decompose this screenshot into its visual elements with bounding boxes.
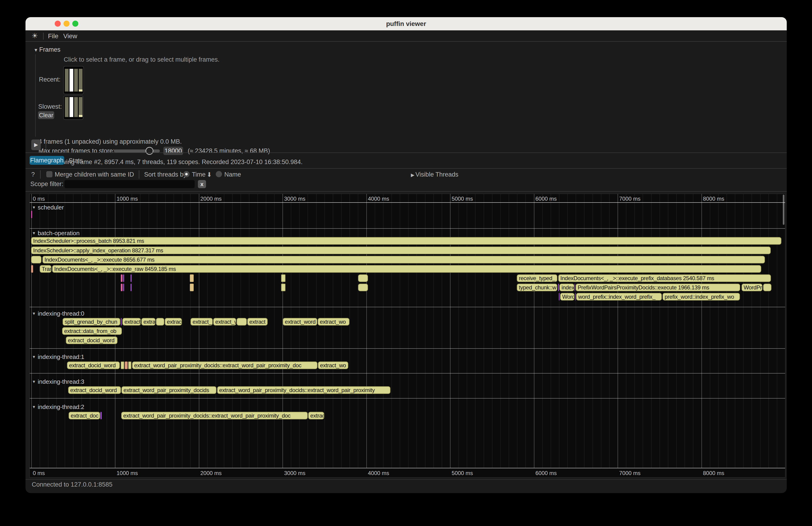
flame-bar[interactable]: Word bbox=[560, 293, 575, 301]
scrollbar-handle[interactable] bbox=[783, 195, 784, 225]
flame-bar[interactable] bbox=[121, 274, 122, 282]
sort-time-radio[interactable] bbox=[183, 171, 190, 177]
flame-bar[interactable] bbox=[128, 362, 131, 369]
scope-filter-input[interactable] bbox=[64, 180, 195, 188]
flame-bar[interactable]: extract_docid_word bbox=[67, 362, 120, 369]
flame-bar[interactable]: extract_docid_word bbox=[66, 336, 117, 344]
flame-bar[interactable] bbox=[31, 265, 33, 273]
play-button[interactable]: ▶ bbox=[31, 140, 41, 150]
scope-filter-clear-button[interactable]: x bbox=[198, 180, 206, 188]
flame-bar[interactable] bbox=[358, 283, 368, 291]
frame-bar[interactable] bbox=[74, 69, 78, 91]
thread-header-indexing-thread-0[interactable]: ▼indexing-thread:0 bbox=[32, 310, 84, 317]
help-button[interactable]: ? bbox=[31, 171, 35, 178]
flame-bar[interactable] bbox=[763, 283, 771, 291]
thread-header-indexing-thread-2[interactable]: ▼indexing-thread:2 bbox=[32, 404, 84, 411]
flame-bar[interactable]: WordPr bbox=[742, 283, 763, 291]
flame-bar[interactable]: Trans bbox=[40, 265, 52, 273]
flame-bar[interactable]: extrac bbox=[165, 318, 182, 325]
flame-bar[interactable] bbox=[123, 274, 124, 282]
flame-bar[interactable]: extract_word_pair_proximity_docids::extr… bbox=[217, 386, 390, 394]
flame-bar[interactable]: extra bbox=[141, 318, 156, 325]
flame-bar[interactable] bbox=[31, 256, 42, 263]
thread-header-batch-operation[interactable]: ▼batch-operation bbox=[32, 230, 80, 237]
flame-bar[interactable] bbox=[236, 318, 247, 325]
flame-bar[interactable]: extract_word_pair_proximity_docids bbox=[121, 386, 216, 394]
flame-bar[interactable]: extract_ bbox=[190, 318, 213, 325]
flame-bar[interactable] bbox=[130, 274, 132, 282]
flame-bar[interactable]: extract_word_pair_proximity_docids::extr… bbox=[132, 362, 318, 369]
flame-bar[interactable] bbox=[130, 283, 132, 291]
flame-bar[interactable]: extrac bbox=[308, 412, 324, 420]
flame-bar[interactable] bbox=[121, 362, 124, 369]
flame-bar[interactable]: extract_word bbox=[283, 318, 317, 325]
flame-bar[interactable] bbox=[123, 283, 124, 291]
frame-bar[interactable] bbox=[79, 97, 83, 117]
flame-bar[interactable] bbox=[559, 293, 560, 301]
flame-bar[interactable]: extract_word_pair_proximity_docids::extr… bbox=[121, 412, 308, 420]
flame-bar[interactable]: extract bbox=[247, 318, 268, 325]
theme-sun-icon[interactable]: ☀ bbox=[31, 31, 38, 40]
flame-bar[interactable]: index bbox=[560, 283, 574, 291]
flame-bar[interactable]: extract_w bbox=[213, 318, 236, 325]
flame-bar[interactable] bbox=[281, 283, 286, 291]
flame-bar[interactable] bbox=[575, 293, 576, 301]
max-frames-value[interactable]: 18000 bbox=[163, 147, 183, 155]
frame-bar[interactable] bbox=[65, 69, 69, 91]
clear-button[interactable]: Clear bbox=[38, 111, 54, 119]
flame-bar[interactable]: extract_wo bbox=[318, 362, 348, 369]
flame-bar[interactable]: extract_wo bbox=[318, 318, 349, 325]
thread-header-indexing-thread-1[interactable]: ▼indexing-thread:1 bbox=[32, 353, 84, 361]
sort-time-label[interactable]: Time bbox=[192, 171, 205, 178]
thread-header-scheduler[interactable]: ▼scheduler bbox=[32, 204, 64, 211]
recent-frames-thumbnail[interactable] bbox=[63, 66, 84, 94]
flame-bar[interactable]: IndexDocuments<_, _>::execute_raw 8459.1… bbox=[52, 265, 761, 273]
flame-bar[interactable]: extract_doc bbox=[69, 412, 100, 420]
thread-header-indexing-thread-3[interactable]: ▼indexing-thread:3 bbox=[32, 378, 84, 385]
flame-bar[interactable]: split_grenad_by_chun bbox=[62, 318, 120, 325]
flame-bar[interactable]: IndexDocuments<_, _>::execute 8656.677 m… bbox=[42, 256, 765, 263]
merge-children-checkbox[interactable] bbox=[46, 171, 53, 177]
frame-bar[interactable] bbox=[79, 69, 83, 91]
flame-bar[interactable]: IndexDocuments<_, _>::execute_prefix_dat… bbox=[558, 274, 771, 282]
flame-bar[interactable]: IndexScheduler>::process_batch 8953.821 … bbox=[31, 237, 781, 245]
frame-bar[interactable] bbox=[74, 97, 78, 117]
visible-threads-header[interactable]: ▶ Visible Threads bbox=[411, 171, 459, 178]
flame-bar[interactable]: prefix_word::index_prefix_wo bbox=[663, 293, 740, 301]
flame-bar[interactable]: extract_docid_word bbox=[68, 386, 121, 394]
flame-bar[interactable] bbox=[190, 283, 194, 291]
flame-bar[interactable] bbox=[100, 412, 102, 420]
flame-bar[interactable] bbox=[121, 318, 122, 325]
flame-bar[interactable]: typed_chunk::w bbox=[517, 283, 557, 291]
flamegraph-panel[interactable]: 0 ms0 ms1000 ms1000 ms2000 ms2000 ms3000… bbox=[29, 194, 785, 478]
sort-name-label[interactable]: Name bbox=[224, 171, 241, 178]
sort-name-radio[interactable] bbox=[216, 171, 222, 177]
frame-bar[interactable] bbox=[65, 97, 69, 117]
flame-bar[interactable]: PrefixWordPairsProximityDocids::execute … bbox=[576, 283, 740, 291]
menu-file[interactable]: File bbox=[48, 32, 58, 40]
flame-bar[interactable]: extract::data_from_ob bbox=[62, 327, 122, 335]
flame-bar[interactable] bbox=[190, 274, 194, 282]
frames-collapse-header[interactable]: ▼ Frames bbox=[33, 46, 60, 53]
flame-bar[interactable] bbox=[31, 210, 32, 218]
frame-bar[interactable] bbox=[70, 69, 73, 91]
sort-direction-arrow-icon[interactable]: ⬇ bbox=[207, 171, 212, 178]
flame-bar[interactable]: receive_typed_ bbox=[517, 274, 557, 282]
flame-bar[interactable] bbox=[121, 283, 122, 291]
flame-bar[interactable]: word_prefix::index_word_prefix_ bbox=[576, 293, 662, 301]
flame-bar[interactable] bbox=[156, 318, 164, 325]
flame-bar[interactable] bbox=[358, 274, 368, 282]
flame-bar[interactable] bbox=[575, 283, 575, 291]
flame-bar[interactable] bbox=[558, 283, 559, 291]
slowest-frames-thumbnail[interactable] bbox=[63, 96, 84, 120]
frame-bar[interactable] bbox=[70, 97, 73, 117]
flame-bar[interactable] bbox=[281, 274, 286, 282]
slider-knob[interactable] bbox=[146, 147, 154, 155]
tab-flamegraph[interactable]: Flamegraph bbox=[29, 156, 64, 165]
flame-bar[interactable]: extract bbox=[122, 318, 141, 325]
flame-bar[interactable] bbox=[125, 362, 128, 369]
menu-view[interactable]: View bbox=[63, 32, 77, 40]
flame-bar[interactable]: IndexScheduler>::apply_index_operation 8… bbox=[31, 247, 771, 254]
tab-stats[interactable]: Stats bbox=[69, 157, 83, 164]
merge-children-label[interactable]: Merge children with same ID bbox=[55, 171, 134, 178]
